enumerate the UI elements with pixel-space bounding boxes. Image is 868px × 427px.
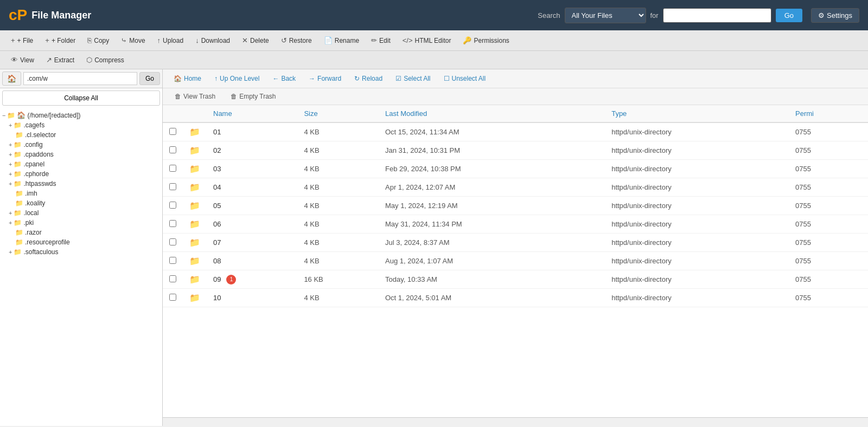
new-file-button[interactable]: + + File (5, 34, 39, 47)
search-go-button[interactable]: Go (776, 9, 802, 22)
view-button[interactable]: 👁 View (5, 53, 40, 67)
row-checkbox[interactable] (169, 220, 176, 227)
table-row[interactable]: 📁 02 4 KB Jan 31, 2024, 10:31 PM httpd/u… (163, 141, 868, 160)
tree-item-local[interactable]: + 📁 .local (0, 208, 162, 218)
row-checkbox[interactable] (169, 146, 176, 153)
view-trash-button[interactable]: 🗑 View Trash (168, 90, 222, 102)
table-row[interactable]: 📁 01 4 KB Oct 15, 2024, 11:34 AM httpd/u… (163, 122, 868, 141)
delete-button[interactable]: ✕ Delete (237, 34, 275, 47)
row-name-cell[interactable]: 07 (207, 234, 297, 252)
extract-button[interactable]: ↗ Extract (41, 53, 80, 67)
table-folder-icon: 📁 (189, 219, 200, 229)
path-input[interactable] (23, 72, 137, 85)
row-checkbox[interactable] (169, 183, 176, 190)
row-icon-cell: 📁 (183, 178, 207, 197)
row-checkbox[interactable] (169, 257, 176, 264)
tree-item-htpasswds[interactable]: + 📁 .htpasswds (0, 179, 162, 189)
row-name-cell[interactable]: 01 (207, 122, 297, 141)
search-scope-select[interactable]: All Your Files File Names Only File Cont… (565, 8, 646, 23)
tree-item-softaculous[interactable]: + 📁 .softaculous (0, 247, 162, 257)
row-name-cell[interactable]: 03 (207, 160, 297, 178)
compress-button[interactable]: ⬡ Compress (81, 53, 130, 67)
home-nav-button[interactable]: 🏠 Home (168, 73, 207, 85)
edit-button[interactable]: ✏ Edit (366, 34, 396, 47)
row-name-cell[interactable]: 05 (207, 197, 297, 215)
row-perm-cell: 0755 (789, 270, 868, 289)
table-row[interactable]: 📁 03 4 KB Feb 29, 2024, 10:38 PM httpd/u… (163, 160, 868, 178)
table-row[interactable]: 📁 06 4 KB May 31, 2024, 11:34 PM httpd/u… (163, 215, 868, 234)
tree-item-cpaddons[interactable]: + 📁 .cpaddons (0, 150, 162, 159)
file-table: Name Size Last Modified Type Permi 📁 01 (163, 105, 868, 307)
download-icon: ↓ (195, 36, 199, 44)
empty-trash-button[interactable]: 🗑 Empty Trash (224, 90, 282, 102)
file-panel: 🏠 Home ↑ Up One Level ← Back → Forward ↻… (163, 69, 868, 426)
tree-item-pki[interactable]: + 📁 .pki (0, 218, 162, 228)
row-checkbox[interactable] (169, 275, 176, 282)
tree-item-cphorde[interactable]: + 📁 .cphorde (0, 169, 162, 179)
tree-item-root[interactable]: − 📁 🏠 (/home/[redacted]) (0, 110, 162, 120)
table-row[interactable]: 📁 04 4 KB Apr 1, 2024, 12:07 AM httpd/un… (163, 178, 868, 197)
row-name-cell[interactable]: 09 1 (207, 270, 297, 289)
table-row[interactable]: 📁 09 1 16 KB Today, 10:33 AM httpd/unix-… (163, 270, 868, 289)
html-editor-button[interactable]: </> HTML Editor (397, 34, 457, 47)
table-row[interactable]: 📁 07 4 KB Jul 3, 2024, 8:37 AM httpd/uni… (163, 234, 868, 252)
plus-expand-icon: + (9, 151, 12, 158)
tree-item-imh[interactable]: 📁 .imh (0, 189, 162, 198)
table-row[interactable]: 📁 10 4 KB Oct 1, 2024, 5:01 AM httpd/uni… (163, 289, 868, 307)
col-perms-header[interactable]: Permi (789, 105, 868, 122)
download-button[interactable]: ↓ Download (190, 34, 235, 47)
path-go-button[interactable]: Go (139, 72, 160, 85)
unselect-all-button[interactable]: ☐ Unselect All (438, 73, 492, 85)
table-row[interactable]: 📁 08 4 KB Aug 1, 2024, 1:07 AM httpd/uni… (163, 252, 868, 270)
checkbox-empty-icon: ☐ (444, 75, 450, 82)
select-all-button[interactable]: ☑ Select All (390, 73, 436, 85)
restore-button[interactable]: ↺ Restore (276, 34, 317, 47)
table-row[interactable]: 📁 05 4 KB May 1, 2024, 12:19 AM httpd/un… (163, 197, 868, 215)
row-name-cell[interactable]: 06 (207, 215, 297, 234)
move-icon: ⤷ (121, 36, 127, 44)
col-size-header[interactable]: Size (297, 105, 379, 122)
folder-icon: 📁 (15, 238, 23, 246)
trash-view-icon: 🗑 (175, 93, 181, 100)
bottom-scrollbar[interactable] (163, 417, 868, 426)
table-folder-icon: 📁 (189, 146, 200, 155)
tree-item-cagefs[interactable]: + 📁 .cagefs (0, 120, 162, 130)
col-type-header[interactable]: Type (605, 105, 789, 122)
row-perm-cell: 0755 (789, 122, 868, 141)
tree-item-cpanel[interactable]: + 📁 .cpanel (0, 159, 162, 169)
move-button[interactable]: ⤷ Move (116, 34, 150, 47)
col-modified-header[interactable]: Last Modified (379, 105, 605, 122)
row-checkbox[interactable] (169, 202, 176, 209)
row-name-cell[interactable]: 08 (207, 252, 297, 270)
row-name-cell[interactable]: 10 (207, 289, 297, 307)
reload-button[interactable]: ↻ Reload (349, 73, 388, 85)
tree-item-cl-selector[interactable]: 📁 .cl.selector (0, 130, 162, 140)
tree-item-razor[interactable]: 📁 .razor (0, 228, 162, 237)
row-name-cell[interactable]: 02 (207, 141, 297, 160)
row-checkbox[interactable] (169, 165, 176, 172)
col-name-header[interactable]: Name (207, 105, 297, 122)
search-input[interactable] (663, 8, 771, 23)
copy-button[interactable]: ⎘ Copy (82, 34, 114, 47)
back-button[interactable]: ← Back (267, 73, 301, 85)
rename-button[interactable]: 📄 Rename (318, 34, 365, 47)
collapse-all-button[interactable]: Collapse All (2, 90, 160, 106)
new-folder-button[interactable]: + + Folder (40, 34, 81, 47)
row-name-cell[interactable]: 04 (207, 178, 297, 197)
plus-expand-icon: + (9, 161, 12, 167)
row-checkbox[interactable] (169, 238, 176, 245)
row-checkbox[interactable] (169, 128, 176, 135)
upload-button[interactable]: ↑ Upload (152, 34, 189, 47)
settings-button[interactable]: ⚙ Settings (811, 8, 859, 23)
row-checkbox[interactable] (169, 294, 176, 301)
tree-item-config[interactable]: + 📁 .config (0, 140, 162, 150)
folder-name-container: 05 (213, 202, 291, 210)
home-path-button[interactable]: 🏠 (2, 72, 21, 86)
up-one-level-button[interactable]: ↑ Up One Level (209, 73, 265, 85)
tree-item-koality[interactable]: 📁 .koality (0, 198, 162, 208)
permissions-button[interactable]: 🔑 Permissions (457, 34, 514, 47)
forward-button[interactable]: → Forward (303, 73, 347, 85)
folder-icon: 📁 (14, 219, 22, 227)
tree-item-resourceprofile[interactable]: 📁 .resourceprofile (0, 237, 162, 247)
folder-icon: 📁 (15, 190, 23, 197)
